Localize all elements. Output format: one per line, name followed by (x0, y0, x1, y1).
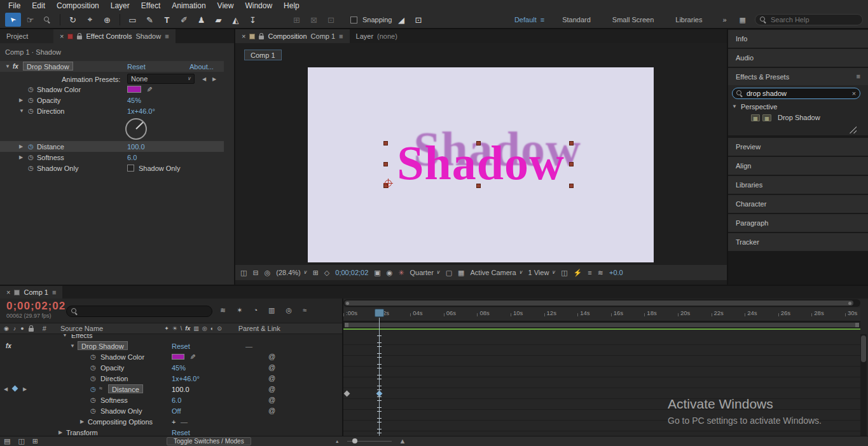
panel-align[interactable]: Align (728, 157, 868, 175)
resolution-dropdown[interactable]: Quarter∨ (410, 269, 440, 276)
pixel-aspect-icon[interactable]: ◫ (561, 269, 567, 276)
axis-mode-view-icon[interactable]: ⊡ (323, 13, 339, 27)
video-column-icon[interactable]: ◉ (4, 326, 9, 332)
selection-handle[interactable] (569, 141, 574, 145)
view-layout-dropdown[interactable]: 1 View∨ (528, 269, 556, 276)
animation-presets-dropdown[interactable]: None ∨ (127, 74, 195, 84)
effect-name[interactable]: Drop Shadow (23, 62, 73, 71)
eraser-tool-icon[interactable]: ▰ (210, 13, 226, 27)
zoom-in-mountain-icon[interactable]: ▲ (399, 438, 406, 445)
selection-handle[interactable] (383, 162, 388, 166)
add-keyframe-icon[interactable] (12, 386, 18, 392)
lane-effects[interactable] (343, 334, 860, 345)
panel-character[interactable]: Character (728, 195, 868, 213)
stopwatch-icon[interactable]: ◷ (90, 407, 96, 414)
pick-whip-icon[interactable]: @ (268, 353, 275, 360)
axis-mode-world-icon[interactable]: ⊠ (306, 13, 322, 27)
region-of-interest-icon[interactable]: ▢ (446, 269, 452, 276)
zoom-tool-icon[interactable] (39, 13, 55, 27)
stopwatch-icon[interactable]: ◷ (28, 154, 34, 161)
fx-badge-icon[interactable]: fx (6, 342, 11, 349)
close-icon[interactable]: × (242, 33, 245, 40)
previous-keyframe-icon[interactable]: ◀ (4, 387, 8, 392)
close-icon[interactable]: × (60, 33, 64, 40)
menu-file[interactable]: File (3, 1, 26, 11)
selection-handle[interactable] (383, 141, 388, 145)
lock-icon[interactable] (259, 36, 264, 39)
pan-behind-tool-icon[interactable]: ⊕ (99, 13, 115, 27)
softness-row[interactable]: ◷ Softness 6.0 @ (0, 395, 342, 405)
work-area-bar[interactable] (343, 321, 860, 328)
work-area-start-handle[interactable] (345, 323, 348, 327)
opacity-row[interactable]: ◷ Opacity 45% @ (0, 362, 342, 373)
direction-dial[interactable] (125, 118, 147, 140)
effect-reset-link[interactable]: Reset (127, 63, 146, 71)
tab-effect-controls[interactable]: × Effect Controls Shadow ≡ (53, 29, 176, 43)
tab-timeline-comp1[interactable]: × Comp 1 ≡ (0, 286, 62, 299)
work-area-end-handle[interactable] (855, 323, 859, 327)
timeline-button-icon[interactable]: ≡ (588, 269, 591, 276)
shadow-only-checkbox[interactable] (127, 165, 134, 172)
panel-effects-presets[interactable]: Effects & Presets ≡ (728, 68, 868, 85)
menu-effect[interactable]: Effect (135, 1, 166, 11)
adjustment-switch-icon[interactable]: ◐ (210, 326, 214, 332)
timeline-search-box[interactable] (66, 306, 212, 317)
effect-reset-link[interactable]: Reset (172, 342, 190, 350)
panel-preview[interactable]: Preview (728, 138, 868, 156)
panel-info[interactable]: Info (728, 30, 868, 48)
shadow-only-value[interactable]: Off (172, 407, 181, 415)
menu-composition[interactable]: Composition (51, 1, 105, 11)
expand-icon[interactable]: ▶ (19, 98, 23, 103)
expand-icon[interactable]: ▶ (59, 430, 62, 435)
shape-tool-icon[interactable]: ▭ (125, 13, 141, 27)
draft-3d-icon[interactable]: ✶ (237, 307, 242, 314)
column-number[interactable]: # (43, 325, 46, 332)
magnification-dropdown[interactable]: (28.4%)∨ (276, 269, 307, 276)
distance-row[interactable]: ◀ ▶ ◷ ≈ Distance 100.0 @ (0, 384, 342, 395)
lane-softness[interactable] (343, 399, 860, 410)
fx-badge-icon[interactable]: fx (13, 63, 18, 70)
close-icon[interactable]: × (6, 289, 10, 296)
softness-value[interactable]: 6.0 (127, 154, 137, 161)
solo-column-icon[interactable]: ● (20, 326, 24, 332)
selection-handle[interactable] (476, 141, 481, 145)
effect-name[interactable]: Drop Shadow (78, 341, 128, 350)
scrollbar-thumb[interactable] (861, 335, 866, 362)
panel-menu-icon[interactable]: ≡ (339, 33, 343, 40)
timeline-navigator[interactable] (343, 299, 860, 307)
lock-icon[interactable] (77, 36, 82, 39)
panel-resize-corner[interactable] (848, 125, 857, 133)
brush-tool-icon[interactable]: ✐ (176, 13, 192, 27)
stopwatch-icon[interactable]: ◷ (28, 86, 34, 93)
stopwatch-icon[interactable]: ◷ (90, 353, 96, 360)
remove-compositing-icon[interactable]: — (181, 418, 188, 426)
workspace-default[interactable]: Default (514, 16, 537, 24)
comp-mini-flowchart-icon[interactable]: ≋ (220, 307, 226, 314)
collapse-icon[interactable]: ▼ (732, 104, 737, 109)
effect-about-link[interactable]: About... (189, 63, 214, 71)
stopwatch-active-icon[interactable]: ◷ (90, 386, 96, 393)
layer-switches-pane-icon[interactable]: ▤ (4, 438, 10, 445)
shadow-only-row[interactable]: ◷ Shadow Only Off @ (0, 405, 342, 416)
snapshot-icon[interactable]: ▣ (374, 269, 380, 276)
snap-3d-icon[interactable]: ⊡ (411, 13, 427, 27)
pick-whip-icon[interactable]: @ (268, 375, 275, 382)
motion-blur-icon[interactable]: ◎ (286, 307, 293, 314)
lane-compositing[interactable] (343, 421, 860, 431)
workspace-menu-icon[interactable]: ≡ (541, 17, 544, 24)
direction-row[interactable]: ◷ Direction 1x+46.0° @ (0, 373, 342, 384)
zoom-slider-thumb[interactable] (352, 438, 357, 443)
pick-whip-icon[interactable]: @ (268, 407, 275, 414)
snap-options-icon[interactable]: ◢ (394, 13, 410, 27)
camera-view-dropdown[interactable]: Active Camera∨ (471, 269, 523, 276)
collapse-icon[interactable]: ▼ (70, 344, 75, 349)
lane-shadow-color[interactable] (343, 356, 860, 367)
navigator-thumb[interactable] (345, 301, 853, 306)
hand-tool-icon[interactable]: ☞ (22, 13, 38, 27)
panel-audio[interactable]: Audio (728, 49, 868, 67)
pen-tool-icon[interactable]: ✎ (142, 13, 158, 27)
composition-canvas[interactable]: Shadow (308, 67, 654, 262)
softness-value[interactable]: 6.0 (172, 396, 181, 404)
navigator-handle[interactable] (346, 302, 349, 305)
stopwatch-active-icon[interactable]: ◷ (28, 143, 34, 150)
